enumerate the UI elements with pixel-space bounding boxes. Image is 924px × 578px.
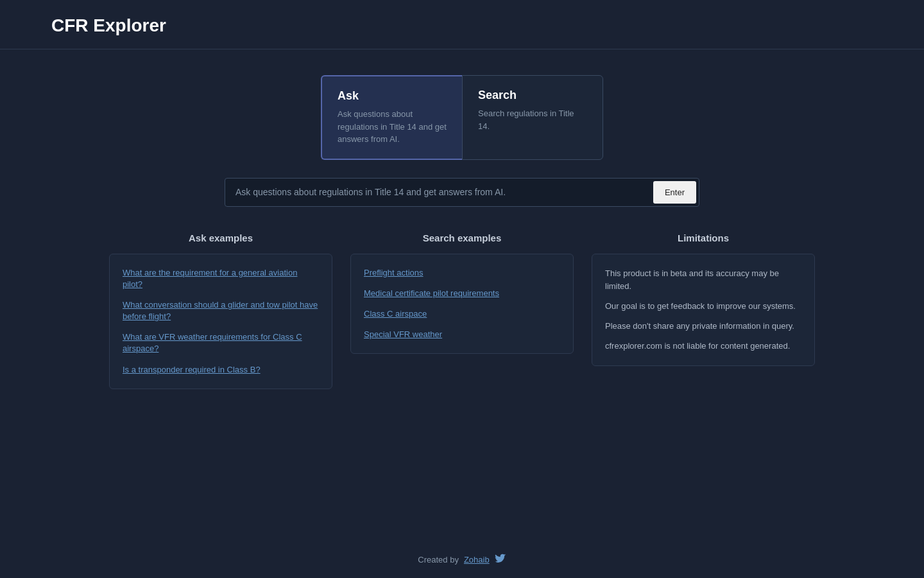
enter-button[interactable]: Enter xyxy=(653,181,696,204)
limitations-title: Limitations xyxy=(592,232,815,243)
search-link-4[interactable]: Special VFR weather xyxy=(364,329,560,340)
ask-link-3[interactable]: What are VFR weather requirements for Cl… xyxy=(123,331,319,355)
limitation-2: Our goal is to get feedback to improve o… xyxy=(605,300,801,313)
limitation-4: cfrexplorer.com is not liable for conten… xyxy=(605,340,801,353)
limitation-3: Please don't share any private informati… xyxy=(605,320,801,333)
search-link-1[interactable]: Preflight actions xyxy=(364,267,560,279)
ask-link-4[interactable]: Is a transponder required in Class B? xyxy=(123,364,319,376)
search-input[interactable] xyxy=(225,179,653,206)
ask-examples-column: Ask examples What are the requirement fo… xyxy=(109,232,332,389)
tab-search[interactable]: Search Search regulations in Title 14. xyxy=(462,75,603,160)
tab-search-desc: Search regulations in Title 14. xyxy=(478,107,587,132)
ask-examples-box: What are the requirement for a general a… xyxy=(109,254,332,389)
search-link-2[interactable]: Medical certificate pilot requirements xyxy=(364,288,560,299)
search-examples-column: Search examples Preflight actions Medica… xyxy=(350,232,574,355)
author-link[interactable]: Zohaib xyxy=(464,555,490,565)
ask-link-1[interactable]: What are the requirement for a general a… xyxy=(123,267,319,290)
ask-examples-title: Ask examples xyxy=(109,232,332,243)
ask-link-2[interactable]: What conversation should a glider and to… xyxy=(123,299,319,322)
info-columns: Ask examples What are the requirement fo… xyxy=(109,232,815,389)
twitter-icon xyxy=(495,554,506,565)
search-link-3[interactable]: Class C airspace xyxy=(364,308,560,320)
search-examples-box: Preflight actions Medical certificate pi… xyxy=(350,254,574,355)
app-title: CFR Explorer xyxy=(51,15,873,36)
limitations-column: Limitations This product is in beta and … xyxy=(592,232,815,367)
footer: Created by Zohaib xyxy=(0,541,924,578)
tab-search-title: Search xyxy=(478,89,587,102)
tab-ask-title: Ask xyxy=(338,89,447,103)
tab-ask[interactable]: Ask Ask questions about regulations in T… xyxy=(321,75,462,160)
search-examples-title: Search examples xyxy=(350,232,574,243)
tab-ask-desc: Ask questions about regulations in Title… xyxy=(338,108,447,146)
tab-row: Ask Ask questions about regulations in T… xyxy=(321,75,603,160)
limitation-1: This product is in beta and its accuracy… xyxy=(605,267,801,294)
search-bar: Enter xyxy=(225,178,699,207)
limitations-box: This product is in beta and its accuracy… xyxy=(592,254,815,367)
created-by-label: Created by xyxy=(418,555,459,565)
